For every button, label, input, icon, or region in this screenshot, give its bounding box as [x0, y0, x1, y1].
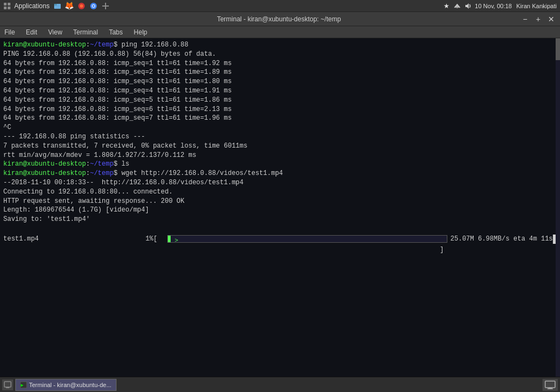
- menu-file[interactable]: File: [2, 28, 17, 36]
- wget-bar-arrow: >: [174, 237, 178, 244]
- svg-rect-19: [545, 381, 555, 388]
- line-3: 64 bytes from 192.168.0.88: icmp_seq=1 t…: [3, 59, 557, 68]
- line-wget-2: Connecting to 192.168.0.88:80... connect…: [3, 188, 557, 197]
- svg-rect-0: [4, 3, 7, 5]
- line-ctrl-c: ^C: [3, 123, 557, 132]
- line-7: 64 bytes from 192.168.0.88: icmp_seq=5 t…: [3, 96, 557, 105]
- line-4: 64 bytes from 192.168.0.88: icmp_seq=2 t…: [3, 68, 557, 77]
- taskbar-terminal-label: Terminal - kiran@xubuntu-de...: [29, 382, 112, 388]
- terminal-title-bar: Terminal - kiran@xubuntu-desktop: ~/temp…: [0, 12, 560, 26]
- display-icon: [545, 381, 556, 389]
- applications-button[interactable]: Applications: [14, 2, 50, 10]
- svg-point-10: [92, 5, 95, 7]
- svg-rect-3: [8, 7, 10, 9]
- thunar-icon[interactable]: [53, 2, 62, 10]
- svg-rect-16: [6, 387, 9, 388]
- show-desktop-button[interactable]: [2, 379, 13, 390]
- line-5: 64 bytes from 192.168.0.88: icmp_seq=3 t…: [3, 77, 557, 86]
- system-bar-left: Applications 🦊: [3, 2, 110, 10]
- menu-terminal[interactable]: Terminal: [71, 28, 100, 36]
- svg-point-7: [80, 4, 83, 8]
- terminal-menu-bar: File Edit View Terminal Tabs Help: [0, 26, 560, 38]
- maximize-button[interactable]: +: [534, 15, 542, 24]
- svg-rect-2: [4, 7, 7, 9]
- line-1: kiran@xubuntu-desktop:~/temp$ ping 192.1…: [3, 40, 557, 50]
- datetime: 10 Nov, 00:18: [475, 3, 512, 9]
- line-prompt-ls: kiran@xubuntu-desktop:~/temp$ ls: [3, 160, 557, 169]
- screen-resolution-button[interactable]: [542, 379, 558, 391]
- svg-rect-5: [54, 4, 57, 5]
- volume-icon: [464, 2, 472, 10]
- menu-view[interactable]: View: [46, 28, 65, 36]
- chromium-icon[interactable]: [89, 2, 98, 10]
- wget-progress-bar: > ]: [167, 235, 447, 243]
- wget-stats: 25.07M 6.98MB/s eta 4m 11s: [451, 235, 553, 244]
- svg-rect-15: [4, 382, 11, 387]
- svg-marker-14: [465, 3, 469, 9]
- firefox-icon[interactable]: 🦊: [65, 2, 74, 10]
- system-tray: ★ 10 Nov, 00:18 Kiran Kankipati: [442, 2, 557, 10]
- line-wget-5: Saving to: 'test1.mp4': [3, 215, 557, 224]
- close-button[interactable]: ✕: [547, 15, 556, 24]
- network-icon: [453, 2, 462, 10]
- taskbar: ▶ Terminal - kiran@xubuntu-de...: [0, 377, 560, 392]
- menu-tabs[interactable]: Tabs: [107, 28, 125, 36]
- menu-help[interactable]: Help: [132, 28, 150, 36]
- taskbar-terminal-item[interactable]: ▶ Terminal - kiran@xubuntu-de...: [15, 379, 116, 391]
- line-ping-stats-1: 7 packets transmitted, 7 received, 0% pa…: [3, 142, 557, 151]
- terminal-content[interactable]: kiran@xubuntu-desktop:~/temp$ ping 192.1…: [0, 38, 560, 379]
- wget-progress-row: test1.mp4 1%[ > ] 25.07M 6.98MB/s eta 4m…: [3, 235, 557, 244]
- line-wget-3: HTTP request sent, awaiting response... …: [3, 197, 557, 206]
- line-2: PING 192.168.0.88 (192.168.0.88) 56(84) …: [3, 50, 557, 59]
- terminal-window: Terminal - kiran@xubuntu-desktop: ~/temp…: [0, 12, 560, 379]
- taskbar-right: [542, 379, 558, 391]
- thunar2-icon[interactable]: [77, 2, 86, 10]
- line-blank: [3, 224, 557, 233]
- line-8: 64 bytes from 192.168.0.88: icmp_seq=6 t…: [3, 105, 557, 114]
- system-bar: Applications 🦊 ★ 10 Nov, 00:18 Kiran Kan…: [0, 0, 560, 12]
- settings-icon[interactable]: [101, 2, 110, 10]
- line-6: 64 bytes from 192.168.0.88: icmp_seq=4 t…: [3, 86, 557, 96]
- bluetooth-icon: ★: [442, 2, 451, 10]
- minimize-button[interactable]: −: [521, 15, 529, 24]
- scrollbar-thumb[interactable]: [556, 38, 560, 60]
- line-wget-1: --2018-11-10 00:18:33-- http://192.168.0…: [3, 178, 557, 188]
- line-wget-4: Length: 1869676544 (1.7G) [video/mp4]: [3, 206, 557, 215]
- terminal-icon: ▶: [20, 382, 27, 388]
- grid-icon: [3, 2, 11, 10]
- line-ping-stats-2: rtt min/avg/max/mdev = 1.808/1.927/2.137…: [3, 151, 557, 160]
- window-controls: − + ✕: [521, 15, 556, 24]
- wget-percent: 1%[: [145, 235, 167, 244]
- wget-filename: test1.mp4: [3, 235, 69, 244]
- svg-rect-12: [102, 5, 109, 7]
- terminal-scrollbar[interactable]: [556, 38, 560, 379]
- terminal-title: Terminal - kiran@xubuntu-desktop: ~/temp: [37, 15, 521, 23]
- svg-text:▶: ▶: [21, 383, 24, 388]
- wget-bar-fill: [168, 236, 171, 242]
- line-9: 64 bytes from 192.168.0.88: icmp_seq=7 t…: [3, 114, 557, 123]
- menu-edit[interactable]: Edit: [24, 28, 39, 36]
- line-ping-stats-header: --- 192.168.0.88 ping statistics ---: [3, 132, 557, 142]
- line-prompt-wget: kiran@xubuntu-desktop:~/temp$ wget http:…: [3, 169, 557, 178]
- username: Kiran Kankipati: [516, 3, 557, 9]
- svg-rect-1: [8, 3, 10, 5]
